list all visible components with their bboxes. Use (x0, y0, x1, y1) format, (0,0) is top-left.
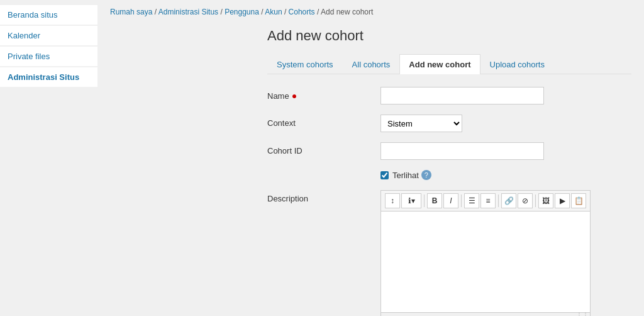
toolbar-italic-btn[interactable]: I (443, 193, 458, 208)
resize-dots-icon: ⋮⋮ (576, 312, 589, 316)
toolbar-sep-1 (424, 195, 425, 207)
toolbar-sep-3 (498, 195, 499, 207)
toolbar-ol-btn[interactable]: ≡ (480, 193, 496, 208)
tab-add-new-cohort[interactable]: Add new cohort (399, 54, 480, 74)
editor-container-wrapper: ↕ ℹ▾ B I ☰ ≡ (380, 190, 591, 316)
breadcrumb-home[interactable]: Rumah saya (110, 8, 152, 16)
editor-resize-handle[interactable]: ⋮⋮ (381, 312, 590, 316)
tabs: System cohorts All cohorts Add new cohor… (267, 54, 631, 74)
editor-body[interactable] (381, 212, 590, 312)
description-label: Description (267, 190, 380, 203)
toolbar-sep-4 (535, 195, 536, 207)
page-title: Add new cohort (267, 28, 631, 44)
tab-all-cohorts[interactable]: All cohorts (343, 54, 400, 74)
tab-system-cohorts[interactable]: System cohorts (267, 54, 343, 74)
toolbar-clipboard-btn[interactable]: 📋 (571, 193, 586, 208)
breadcrumb-cohorts[interactable]: Cohorts (289, 8, 315, 16)
required-icon: ● (292, 91, 297, 101)
breadcrumb-admin[interactable]: Administrasi Situs (158, 8, 218, 16)
sidebar-item-label: Administrasi Situs (8, 72, 79, 82)
toolbar-info-btn[interactable]: ℹ▾ (401, 193, 421, 208)
visible-row: Terlihat ? (380, 170, 631, 180)
toolbar-bold-btn[interactable]: B (427, 193, 442, 208)
content-area: Rumah saya / Administrasi Situs / Penggu… (97, 0, 644, 316)
toolbar-format-btn[interactable]: ↕ (385, 193, 400, 208)
visible-label: Terlihat (392, 171, 419, 180)
breadcrumb-pengguna[interactable]: Pengguna (225, 8, 259, 16)
sidebar: Beranda situs Kalender Private files Adm… (0, 0, 97, 316)
breadcrumb: Rumah saya / Administrasi Situs / Penggu… (97, 0, 644, 21)
sidebar-item-label: Kalender (8, 31, 40, 40)
tab-upload-cohorts[interactable]: Upload cohorts (480, 54, 554, 74)
breadcrumb-current: Add new cohort (321, 8, 373, 16)
editor-container: ↕ ℹ▾ B I ☰ ≡ (380, 190, 591, 316)
sidebar-item-private-files[interactable]: Private files (0, 47, 97, 66)
toolbar-sep-2 (461, 195, 462, 207)
context-label: Context (267, 115, 380, 128)
description-row: Description ↕ ℹ▾ B I (267, 190, 631, 316)
visible-checkbox[interactable] (380, 171, 389, 179)
sidebar-item-beranda[interactable]: Beranda situs (0, 5, 97, 25)
editor-toolbar: ↕ ℹ▾ B I ☰ ≡ (381, 191, 590, 212)
toolbar-link-btn[interactable]: 🔗 (501, 193, 516, 208)
name-row: Name ● (267, 87, 631, 104)
sidebar-item-label: Beranda situs (8, 10, 58, 20)
context-select[interactable]: Sistem (380, 115, 462, 132)
sidebar-item-kalender[interactable]: Kalender (0, 26, 97, 45)
cohort-id-row: Cohort ID (267, 142, 631, 160)
context-field: Sistem (380, 115, 631, 132)
name-field (380, 87, 631, 104)
page-content: Add new cohort System cohorts All cohort… (97, 21, 644, 316)
cohort-id-field (380, 142, 631, 160)
toolbar-media-btn[interactable]: ▶ (555, 193, 570, 208)
toolbar-ul-btn[interactable]: ☰ (464, 193, 479, 208)
sidebar-item-label: Private files (8, 52, 50, 61)
help-icon[interactable]: ? (421, 170, 431, 180)
name-label: Name ● (267, 87, 380, 101)
form: Name ● Context Sistem (267, 87, 631, 316)
context-row: Context Sistem (267, 115, 631, 132)
breadcrumb-akun[interactable]: Akun (265, 8, 282, 16)
cohort-id-input[interactable] (380, 142, 544, 160)
cohort-id-label: Cohort ID (267, 142, 380, 155)
sidebar-item-administrasi[interactable]: Administrasi Situs (0, 67, 97, 87)
toolbar-unlink-btn[interactable]: ⊘ (518, 193, 533, 208)
name-input[interactable] (380, 87, 544, 104)
toolbar-image-btn[interactable]: 🖼 (538, 193, 553, 208)
